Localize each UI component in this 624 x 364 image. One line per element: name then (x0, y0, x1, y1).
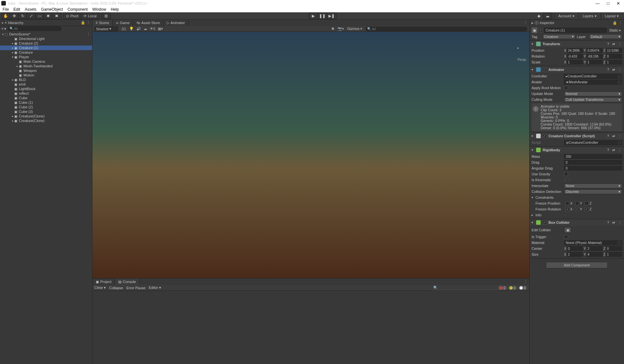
mass-field[interactable] (564, 154, 622, 159)
options-icon[interactable]: ⋮ (617, 148, 622, 152)
rotation-z[interactable] (606, 54, 622, 59)
preset-icon[interactable]: ⇄ (612, 221, 616, 224)
menu-edit[interactable]: Edit (13, 7, 20, 12)
active-checkbox[interactable] (539, 28, 543, 32)
tab-project[interactable]: ▣Project (92, 278, 115, 285)
animator-header[interactable]: ▾ Animator ? ⇄ ⋮ (530, 66, 624, 73)
hierarchy-item[interactable]: ▣Weapon (0, 68, 92, 73)
object-picker-icon[interactable] (618, 241, 621, 245)
account-dropdown[interactable]: Account ▾ (554, 13, 578, 19)
console-clear-button[interactable]: Clear ▾ (94, 286, 106, 290)
hierarchy-search-input[interactable] (8, 26, 62, 31)
close-icon[interactable]: ✕ (617, 1, 620, 6)
scale-tool-icon[interactable]: ⤢ (27, 13, 35, 19)
transform-header[interactable]: ▾ Transform ? ⇄ ⋮ (530, 41, 624, 47)
options-icon[interactable]: ⋮ (617, 221, 622, 224)
rigidbody-header[interactable]: ▾ Rigidbody ? ⇄ ⋮ (530, 147, 624, 153)
menu-file[interactable]: File (3, 7, 9, 12)
console-editor-dropdown[interactable]: Editor ▾ (149, 286, 161, 290)
hierarchy-tree[interactable]: ▾⬚ DemoScene* ⋮ ▣Directional Light▸▣Crea… (0, 31, 92, 364)
object-name-field[interactable] (544, 28, 607, 33)
custom-tool-icon[interactable]: ✖ (52, 13, 61, 19)
help-icon[interactable]: ? (606, 221, 610, 224)
shading-mode-dropdown[interactable]: Shaded ▾ (94, 26, 118, 31)
freezerot-y-checkbox[interactable] (575, 207, 579, 211)
audio-icon[interactable]: 🔊 (136, 27, 141, 31)
tab-animator[interactable]: ▷Animator (163, 20, 188, 26)
script-enabled-checkbox[interactable] (543, 134, 547, 138)
freezerot-z-checkbox[interactable] (585, 207, 589, 211)
bottom-options-icon[interactable]: ⋮ (522, 280, 529, 284)
scene-viewport[interactable]: Persp (92, 32, 529, 278)
usegravity-checkbox[interactable] (564, 172, 568, 176)
menu-gameobject[interactable]: GameObject (41, 7, 63, 12)
creature-controller-header[interactable]: ▾ Creature Controller (Script) ? ⇄ ⋮ (530, 133, 624, 139)
hierarchy-item[interactable]: ▣reflect (0, 91, 92, 96)
hierarchy-item[interactable]: ▣Cube (0, 96, 92, 100)
tag-dropdown[interactable]: Creature▾ (543, 34, 575, 39)
size-x[interactable] (567, 252, 583, 257)
info-count-badge[interactable]: i0 (518, 286, 527, 290)
physic-material-field[interactable]: None (Physic Material) (564, 240, 622, 245)
tools-icon[interactable]: ✖ (331, 27, 334, 31)
object-picker-icon[interactable] (618, 81, 621, 84)
warning-count-badge[interactable]: !0 (508, 286, 517, 290)
update-mode-dropdown[interactable]: Normal▾ (564, 91, 622, 96)
menu-help[interactable]: Help (111, 7, 119, 12)
scene-options-icon[interactable]: ⋮ (87, 32, 92, 36)
hierarchy-header[interactable]: ▸ ≡ Hierarchy 🔒 ⋮ (0, 20, 92, 26)
animator-enabled-checkbox[interactable] (543, 68, 547, 72)
preset-icon[interactable]: ⇄ (612, 148, 616, 152)
hidden-icon[interactable]: 👁0 (150, 27, 155, 31)
hierarchy-item[interactable]: ▸▣Creature (1) (0, 46, 92, 50)
hierarchy-item[interactable]: ▣Main Camera (0, 59, 92, 64)
center-y[interactable] (587, 246, 603, 251)
scene-search-input[interactable] (366, 27, 527, 31)
culling-mode-dropdown[interactable]: Cull Update Transforms▾ (564, 97, 622, 102)
gizmos-dropdown[interactable]: Gizmos ▾ (347, 27, 362, 31)
angdrag-field[interactable] (564, 166, 622, 170)
hierarchy-item[interactable]: ▸▣Creature(Clone) (0, 118, 92, 123)
edit-collider-button[interactable]: ▣ (564, 227, 571, 233)
rigidbody-info-label[interactable]: Info (535, 213, 564, 217)
hierarchy-item[interactable]: ▣Cube (2) (0, 105, 92, 109)
create-dropdown-icon[interactable]: + ▾ (1, 27, 8, 31)
options-icon[interactable]: ⋮ (617, 68, 622, 72)
console-search-icon[interactable]: 🔍 (432, 286, 497, 290)
hierarchy-item[interactable]: ▸▣Mesh-TwoHanded (0, 64, 92, 68)
options-icon[interactable]: ⋮ (617, 134, 622, 138)
help-icon[interactable]: ? (606, 68, 610, 72)
pause-button-icon[interactable]: ❚❚ (318, 13, 327, 19)
local-toggle[interactable]: ⟳Local (81, 13, 99, 19)
freezepos-z-checkbox[interactable] (585, 201, 589, 205)
orientation-gizmo-icon[interactable] (511, 42, 524, 55)
hierarchy-item[interactable]: ▾▣Player (0, 55, 92, 59)
layer-dropdown[interactable]: Default▾ (589, 34, 622, 39)
tab-console[interactable]: ▤Console (115, 278, 139, 285)
tab-options-icon[interactable]: ⋮ (522, 21, 529, 25)
position-y[interactable] (587, 48, 603, 53)
fx-icon[interactable]: ☁ (144, 27, 147, 31)
hand-tool-icon[interactable]: ✋ (2, 13, 10, 19)
cloud-icon[interactable]: ☁ (543, 13, 552, 19)
hierarchy-item[interactable]: ▣Directional Light (0, 36, 92, 41)
console-collapse-button[interactable]: Collapse (109, 286, 123, 290)
step-button-icon[interactable]: ▶❚ (327, 13, 336, 19)
minimize-icon[interactable]: — (595, 1, 600, 6)
collision-detection-dropdown[interactable]: Discrete▾ (564, 189, 622, 194)
drag-field[interactable] (564, 160, 622, 165)
toggle-2d[interactable]: 2D (121, 27, 126, 31)
lock-icon[interactable]: 🔒 (613, 21, 617, 25)
scale-z[interactable] (606, 60, 622, 64)
tab-asset-store[interactable]: 🛍Asset Store (133, 20, 163, 26)
rect-tool-icon[interactable]: ▭ (35, 13, 44, 19)
apply-root-checkbox[interactable] (564, 86, 568, 90)
move-tool-icon[interactable]: ✥ (10, 13, 19, 19)
collab-icon[interactable]: ◆ (534, 13, 543, 19)
boxcollider-enabled-checkbox[interactable] (543, 221, 547, 224)
lock-icon[interactable]: 🔒 (81, 20, 85, 25)
hierarchy-item[interactable]: ▣Cube (1) (0, 100, 92, 105)
gameobject-icon[interactable]: ▣ (532, 27, 537, 33)
scene-row[interactable]: ▾⬚ DemoScene* ⋮ (0, 32, 92, 36)
size-y[interactable] (587, 252, 603, 257)
